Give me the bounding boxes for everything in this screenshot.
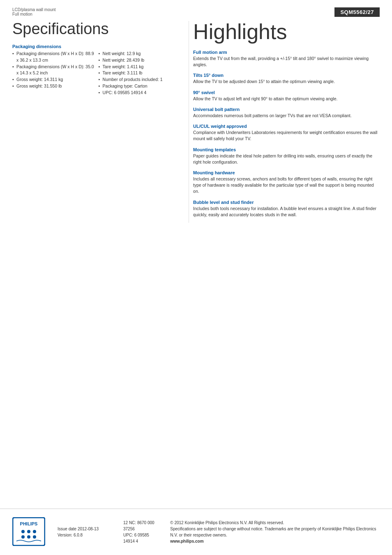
highlight-item: Mounting templatesPaper guides indicate … (193, 147, 380, 165)
product-type-line2: Full motion (12, 12, 56, 16)
packaging-dimensions-section: Packaging dimensions Packaging dimension… (12, 44, 180, 96)
product-type-line1: LCD/plasma wall mount (12, 7, 56, 12)
spec-col-left: Packaging dimensions (W x H x D): 88.9 x… (12, 51, 95, 96)
footer-nc-upc: 12 NC: 8670 000 37256 UPC: 6 09585 14914… (123, 520, 158, 544)
highlight-item-title: Bubble level and stud finder (193, 200, 380, 205)
highlight-item-title: Full motion arm (193, 50, 380, 55)
version: Version: 6.0.8 (58, 533, 111, 537)
svg-point-4 (33, 530, 36, 533)
spec-columns: Packaging dimensions (W x H x D): 88.9 x… (12, 51, 180, 96)
issue-date: Issue date 2012-08-13 (58, 527, 111, 531)
legal-text: Specifications are subject to change wit… (170, 526, 380, 538)
spec-list-left: Packaging dimensions (W x H x D): 88.9 x… (12, 51, 95, 90)
page: LCD/plasma wall mount Full motion SQM556… (0, 0, 392, 555)
highlight-item: Mounting hardwareIncludes all necessary … (193, 170, 380, 195)
upc-line: UPC: 6 09585 14914 4 (123, 532, 158, 544)
svg-point-5 (21, 535, 25, 539)
highlight-item-title: Mounting hardware (193, 170, 380, 175)
spec-item: Packaging dimensions (W x H x D): 88.9 x… (12, 51, 95, 64)
copyright-text: © 2012 Koninklijke Philips Electronics N… (170, 520, 380, 526)
highlight-item-text: Compliance with Underwriters Laboratorie… (193, 130, 380, 142)
spec-item: Tare weight: 3.111 lb (99, 70, 181, 76)
highlight-item-text: Accommodates numerous bolt patterns on l… (193, 113, 380, 119)
highlight-item-title: UL/CUL weight approved (193, 124, 380, 129)
highlight-item-text: Allow the TV to adjust left and right 90… (193, 96, 380, 102)
highlight-item-title: Universal bolt pattern (193, 107, 380, 112)
highlights-column: Highlights Full motion armExtends the TV… (189, 21, 380, 223)
svg-point-6 (27, 535, 30, 539)
svg-point-7 (33, 535, 36, 539)
highlight-item: Bubble level and stud finderIncludes bot… (193, 200, 380, 218)
footer-meta: Issue date 2012-08-13 Version: 6.0.8 (58, 527, 111, 537)
highlights-title: Highlights (193, 21, 380, 42)
specifications-column: Specifications Packaging dimensions Pack… (12, 21, 189, 223)
spec-item: Packaging type: Carton (99, 83, 181, 90)
highlight-item-title: 90° swivel (193, 90, 380, 95)
highlight-item: Universal bolt patternAccommodates numer… (193, 107, 380, 119)
highlight-item: UL/CUL weight approvedCompliance with Un… (193, 124, 380, 142)
packaging-dimensions-title: Packaging dimensions (12, 44, 180, 49)
highlight-item: Tilts 15° downAllow the TV to be adjuste… (193, 73, 380, 85)
spec-item: Gross weight: 14.311 kg (12, 76, 95, 83)
website-link[interactable]: www.philips.com (170, 538, 380, 544)
highlight-item-text: Extends the TV out from the wall, provid… (193, 56, 380, 68)
main-columns: Specifications Packaging dimensions Pack… (0, 21, 392, 223)
spec-list-right: Nett weight: 12.9 kgNett weight: 28.439 … (99, 51, 181, 96)
svg-point-3 (27, 530, 30, 533)
highlight-item-title: Mounting templates (193, 147, 380, 152)
spec-col-right: Nett weight: 12.9 kgNett weight: 28.439 … (99, 51, 181, 96)
model-badge: SQM5562/27 (334, 7, 380, 17)
highlight-item-text: Allow the TV to be adjusted down 15° to … (193, 79, 380, 85)
highlight-item: 90° swivelAllow the TV to adjust left an… (193, 90, 380, 102)
product-type: LCD/plasma wall mount Full motion (12, 7, 56, 16)
svg-point-2 (21, 530, 25, 533)
spec-item: Packaging dimensions (W x H x D): 35.0 x… (12, 64, 95, 77)
highlight-item-text: Includes all necessary screws, anchors a… (193, 176, 380, 195)
specifications-title: Specifications (12, 21, 180, 37)
spec-item: Nett weight: 28.439 lb (99, 57, 181, 64)
spec-item: Tare weight: 1.411 kg (99, 64, 181, 70)
footer-legal: © 2012 Koninklijke Philips Electronics N… (170, 520, 380, 544)
highlight-item-text: Paper guides indicate the ideal hole pat… (193, 153, 380, 165)
nc-line: 12 NC: 8670 000 37256 (123, 520, 158, 532)
spec-item: Nett weight: 12.9 kg (99, 51, 181, 57)
philips-logo: PHILIPS (12, 517, 45, 547)
spec-item: Gross weight: 31.550 lb (12, 83, 95, 90)
highlight-item-title: Tilts 15° down (193, 73, 380, 78)
highlight-item: Full motion armExtends the TV out from t… (193, 50, 380, 68)
spec-item: UPC: 6 09585 14914 4 (99, 90, 181, 96)
highlights-list: Full motion armExtends the TV out from t… (193, 50, 380, 218)
svg-text:PHILIPS: PHILIPS (20, 521, 38, 526)
spec-item: Number of products included: 1 (99, 76, 181, 83)
footer: PHILIPS Issue date 2012-08-13 Version: 6… (0, 509, 392, 555)
header: LCD/plasma wall mount Full motion SQM556… (0, 0, 392, 17)
highlight-item-text: Includes both tools necessary for instal… (193, 206, 380, 218)
